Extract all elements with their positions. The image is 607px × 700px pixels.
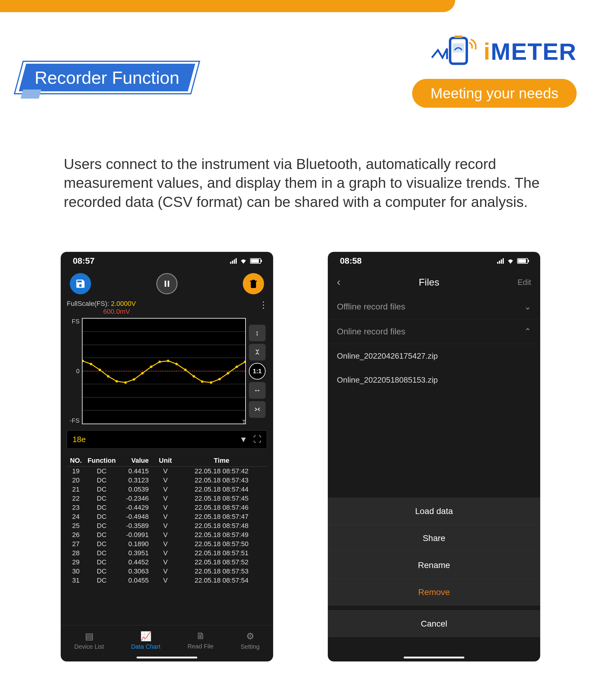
banner-accent (21, 89, 41, 99)
recording-toolbar (61, 270, 273, 297)
axis-neg-fs-label: -FS (67, 417, 80, 424)
file-item[interactable]: Online_20220518085153.zip (328, 368, 540, 392)
table-row[interactable]: 31DC0.0455V22.05.18 08:57:54 (67, 576, 267, 585)
table-row[interactable]: 22DC-0.2346V22.05.18 08:57:45 (67, 494, 267, 503)
fullscale-value-2: 600.0mV (103, 308, 136, 316)
col-time: Time (176, 457, 267, 465)
files-title: Files (419, 277, 439, 288)
pause-button[interactable] (156, 273, 177, 294)
chevron-up-icon: ⌃ (524, 326, 531, 337)
svg-point-18 (124, 381, 127, 384)
list-icon: ▤ (85, 631, 93, 641)
col-function: Function (85, 457, 118, 465)
ratio-1-1-button[interactable]: 1:1 (249, 363, 266, 380)
table-row[interactable]: 30DC0.3063V22.05.18 08:57:53 (67, 567, 267, 576)
svg-point-26 (192, 375, 195, 378)
table-row[interactable]: 28DC0.3951V22.05.18 08:57:51 (67, 549, 267, 558)
section-title-banner: Recorder Function (18, 61, 196, 94)
svg-point-28 (210, 381, 212, 384)
svg-point-24 (175, 363, 178, 365)
table-row[interactable]: 21DC0.0539V22.05.18 08:57:44 (67, 485, 267, 494)
table-row[interactable]: 23DC-0.4429V22.05.18 08:57:46 (67, 503, 267, 512)
chart-plot[interactable] (82, 318, 246, 424)
table-row[interactable]: 19DC0.4415V22.05.18 08:57:42 (67, 467, 267, 476)
svg-point-25 (184, 369, 187, 371)
status-time: 08:58 (340, 256, 362, 266)
battery-icon (517, 258, 528, 264)
fullscreen-icon[interactable]: ⛶ (253, 435, 261, 444)
offline-files-section[interactable]: Offline record files ⌄ (328, 294, 540, 319)
axis-t-label: T (242, 419, 246, 426)
section-title: Recorder Function (35, 67, 180, 88)
save-button[interactable] (70, 273, 91, 294)
status-time: 08:57 (73, 256, 95, 266)
bottom-nav: ▤Device List 📈Data Chart 🗎Read File ⚙Set… (61, 625, 273, 661)
svg-point-27 (201, 381, 204, 383)
svg-point-21 (150, 366, 153, 368)
load-data-button[interactable]: Load data (328, 497, 540, 525)
col-no: NO. (67, 457, 85, 465)
brand-tagline: Meeting your needs (412, 79, 577, 108)
gear-icon: ⚙ (246, 631, 254, 641)
svg-point-19 (133, 378, 135, 381)
svg-point-14 (90, 363, 92, 365)
wifi-icon (240, 258, 247, 264)
delete-button[interactable] (243, 273, 264, 294)
table-row[interactable]: 27DC0.1890V22.05.18 08:57:50 (67, 539, 267, 549)
online-files-section[interactable]: Online record files ⌃ (328, 319, 540, 344)
table-row[interactable]: 29DC0.4452V22.05.18 08:57:52 (67, 558, 267, 567)
svg-rect-4 (168, 281, 169, 287)
nav-data-chart[interactable]: 📈Data Chart (131, 631, 161, 650)
zoom-out-y-button[interactable]: ↕ (249, 325, 266, 341)
channel-selector[interactable]: 18e ▼⛶ (67, 430, 267, 449)
battery-icon (250, 258, 261, 264)
feature-description: Users connect to the instrument via Blue… (64, 155, 552, 211)
more-menu-icon[interactable]: ⋮ (259, 300, 267, 310)
signal-icon (497, 258, 504, 264)
nav-read-file[interactable]: 🗎Read File (188, 631, 214, 650)
rename-button[interactable]: Rename (328, 552, 540, 579)
axis-zero-label: 0 (67, 368, 80, 375)
col-unit: Unit (155, 457, 176, 465)
edit-button[interactable]: Edit (518, 278, 531, 287)
svg-point-20 (141, 372, 144, 375)
phone-files: 08:58 ‹ Files Edit Offline record files … (328, 252, 540, 661)
table-row[interactable]: 25DC-0.3589V22.05.18 08:57:48 (67, 521, 267, 530)
svg-point-29 (218, 378, 221, 380)
svg-point-17 (115, 380, 118, 383)
page-top-accent (0, 0, 455, 12)
svg-point-31 (235, 366, 238, 368)
data-table: NO. Function Value Unit Time 19DC0.4415V… (61, 455, 273, 585)
zoom-in-y-button[interactable] (249, 344, 266, 360)
table-row[interactable]: 26DC-0.0991V22.05.18 08:57:49 (67, 530, 267, 539)
wifi-icon (507, 258, 514, 264)
home-indicator[interactable] (137, 657, 197, 658)
svg-point-16 (107, 375, 109, 378)
svg-point-22 (159, 360, 161, 363)
signal-icon (230, 258, 237, 264)
svg-rect-2 (455, 36, 462, 38)
fullscale-label: FullScale(FS): (67, 300, 109, 307)
zoom-out-x-button[interactable]: ↔ (249, 382, 266, 399)
home-indicator[interactable] (404, 657, 464, 658)
meter-device-icon (429, 32, 477, 71)
phone-data-chart: 08:57 FullScale(FS): 2.0000V 600.0mV ⋮ F… (61, 252, 273, 661)
action-sheet: Load data Share Rename Remove Cancel (328, 497, 540, 637)
back-button[interactable]: ‹ (337, 276, 340, 289)
remove-button[interactable]: Remove (328, 579, 540, 606)
zoom-in-x-button[interactable] (249, 401, 266, 418)
status-bar: 08:58 (328, 252, 540, 270)
files-header: ‹ Files Edit (328, 270, 540, 294)
file-item[interactable]: Online_20220426175427.zip (328, 344, 540, 368)
table-row[interactable]: 24DC-0.4948V22.05.18 08:57:47 (67, 512, 267, 521)
table-row[interactable]: 20DC0.3123V22.05.18 08:57:43 (67, 476, 267, 485)
status-bar: 08:57 (61, 252, 273, 270)
share-button[interactable]: Share (328, 525, 540, 552)
chevron-down-icon: ▼ (239, 435, 247, 444)
nav-device-list[interactable]: ▤Device List (75, 631, 104, 650)
svg-point-30 (227, 372, 229, 375)
cancel-button[interactable]: Cancel (328, 610, 540, 637)
chevron-down-icon: ⌄ (524, 302, 531, 312)
nav-setting[interactable]: ⚙Setting (241, 631, 259, 650)
svg-point-23 (167, 360, 170, 362)
